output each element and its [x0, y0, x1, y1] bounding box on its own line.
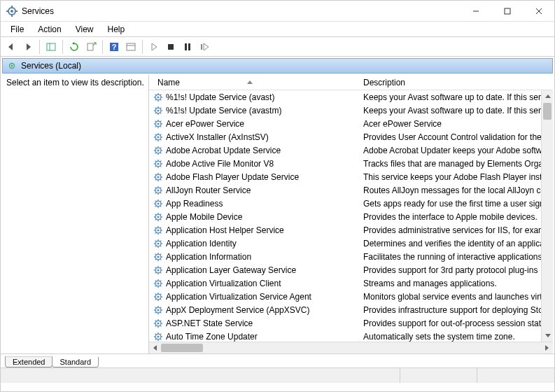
- svg-line-100: [160, 192, 162, 193]
- statusbar: [1, 368, 554, 383]
- service-description: Provides support for 3rd party protocol …: [360, 265, 553, 275]
- forward-button[interactable]: [20, 39, 36, 55]
- service-row[interactable]: Application InformationFacilitates the r…: [149, 250, 553, 263]
- service-row[interactable]: Application Virtualization Service Agent…: [149, 290, 553, 303]
- service-row[interactable]: AllJoyn Router ServiceRoutes AllJoyn mes…: [149, 183, 553, 197]
- svg-line-191: [160, 307, 162, 308]
- minimize-button[interactable]: [460, 1, 491, 21]
- properties-button[interactable]: [123, 39, 139, 55]
- svg-line-180: [160, 298, 162, 300]
- svg-text:?: ?: [112, 43, 117, 51]
- service-name: %1!s! Update Service (avast): [166, 92, 274, 102]
- svg-line-201: [160, 320, 162, 321]
- service-row[interactable]: App ReadinessGets apps ready for use the…: [149, 197, 553, 210]
- service-list[interactable]: %1!s! Update Service (avast)Keeps your A…: [149, 90, 553, 342]
- toolbar-separator: [142, 40, 143, 54]
- scroll-down-button[interactable]: [542, 330, 553, 342]
- svg-line-161: [160, 267, 162, 268]
- svg-line-202: [155, 325, 157, 326]
- svg-line-111: [160, 200, 162, 202]
- svg-line-132: [155, 232, 157, 233]
- service-row[interactable]: %1!s! Update Service (avastm)Keeps your …: [149, 104, 553, 117]
- service-name: AppX Deployment Service (AppXSVC): [166, 305, 309, 315]
- column-header-name[interactable]: Name: [149, 78, 360, 88]
- column-header-row: Name Description: [149, 75, 553, 90]
- back-button[interactable]: [3, 39, 19, 55]
- svg-line-169: [155, 280, 157, 281]
- service-list-pane: Name Description %1!s! Update Service (a…: [149, 75, 553, 354]
- svg-rect-19: [188, 43, 190, 50]
- service-row[interactable]: Apple Mobile DeviceProvides the interfac…: [149, 210, 553, 223]
- service-description: Adobe Acrobat Updater keeps your Adobe s…: [360, 146, 553, 155]
- service-row[interactable]: Acer ePower ServiceAcer ePower Service: [149, 117, 553, 130]
- horizontal-scrollbar[interactable]: [149, 342, 553, 354]
- scroll-thumb[interactable]: [543, 103, 552, 120]
- maximize-button[interactable]: [491, 1, 523, 21]
- stop-service-button[interactable]: [163, 39, 178, 55]
- service-row[interactable]: Adobe Flash Player Update ServiceThis se…: [149, 170, 553, 183]
- status-cell: [1, 368, 400, 383]
- scroll-right-button[interactable]: [541, 342, 553, 354]
- service-row[interactable]: %1!s! Update Service (avast)Keeps your A…: [149, 90, 553, 104]
- svg-line-109: [155, 200, 157, 202]
- service-row[interactable]: AppX Deployment Service (AppXSVC)Provide…: [149, 303, 553, 316]
- export-list-button[interactable]: [83, 39, 99, 55]
- tree-root-row[interactable]: Services (Local): [2, 58, 553, 74]
- scroll-up-button[interactable]: [542, 90, 553, 102]
- service-row[interactable]: Application Layer Gateway ServiceProvide…: [149, 263, 553, 276]
- svg-point-204: [157, 335, 159, 337]
- tab-extended[interactable]: Extended: [5, 356, 52, 368]
- vertical-scrollbar[interactable]: [541, 90, 553, 342]
- svg-rect-7: [505, 8, 510, 14]
- description-pane: Select an item to view its description.: [2, 75, 149, 354]
- service-row[interactable]: Adobe Active File Monitor V8Tracks files…: [149, 157, 553, 170]
- pause-service-button[interactable]: [180, 39, 195, 55]
- menu-help[interactable]: Help: [101, 23, 132, 36]
- description-hint: Select an item to view its description.: [6, 78, 144, 88]
- svg-point-1: [10, 10, 13, 13]
- column-header-description[interactable]: Description: [360, 78, 553, 88]
- svg-point-74: [157, 162, 159, 164]
- svg-line-30: [160, 99, 162, 100]
- service-name: Application Virtualization Service Agent: [166, 292, 311, 302]
- status-cell: [400, 368, 477, 383]
- svg-line-150: [160, 258, 162, 260]
- tab-standard[interactable]: Standard: [52, 357, 99, 368]
- svg-line-119: [155, 214, 157, 215]
- svg-line-59: [155, 134, 157, 135]
- service-row[interactable]: Application Host Helper ServiceProvides …: [149, 223, 553, 237]
- service-gear-icon: [153, 132, 163, 142]
- start-service-button[interactable]: [146, 39, 162, 55]
- service-row[interactable]: Application IdentityDetermines and verif…: [149, 237, 553, 250]
- show-hide-tree-button[interactable]: [43, 39, 59, 55]
- svg-line-210: [160, 338, 162, 340]
- svg-line-121: [160, 214, 162, 215]
- svg-line-200: [160, 325, 162, 326]
- service-description: Streams and manages applications.: [360, 279, 553, 288]
- service-row[interactable]: Adobe Acrobat Update ServiceAdobe Acroba…: [149, 144, 553, 157]
- svg-line-92: [155, 178, 157, 180]
- service-gear-icon: [153, 106, 163, 115]
- restart-service-button[interactable]: [197, 39, 212, 55]
- tree-root-label: Services (Local): [21, 61, 81, 71]
- service-row[interactable]: ASP.NET State ServiceProvides support fo…: [149, 316, 553, 330]
- service-row[interactable]: Application Virtualization ClientStreams…: [149, 276, 553, 290]
- svg-line-162: [155, 272, 157, 273]
- hscroll-thumb[interactable]: [161, 344, 203, 352]
- svg-line-151: [160, 253, 162, 255]
- menu-file[interactable]: File: [3, 23, 31, 36]
- menu-action[interactable]: Action: [31, 23, 68, 36]
- svg-rect-20: [201, 44, 202, 50]
- refresh-button[interactable]: [66, 39, 82, 55]
- service-description: Provides administrative services for IIS…: [360, 225, 553, 235]
- column-description-label: Description: [363, 78, 405, 88]
- svg-line-171: [160, 280, 162, 281]
- scroll-left-button[interactable]: [149, 342, 161, 354]
- svg-line-159: [155, 267, 157, 268]
- close-button[interactable]: [523, 1, 554, 21]
- help-button[interactable]: ?: [106, 39, 122, 55]
- service-row[interactable]: ActiveX Installer (AxInstSV)Provides Use…: [149, 130, 553, 144]
- menu-view[interactable]: View: [69, 23, 101, 36]
- service-description: This service keeps your Adobe Flash Play…: [360, 172, 553, 182]
- service-row[interactable]: Auto Time Zone UpdaterAutomatically sets…: [149, 330, 553, 342]
